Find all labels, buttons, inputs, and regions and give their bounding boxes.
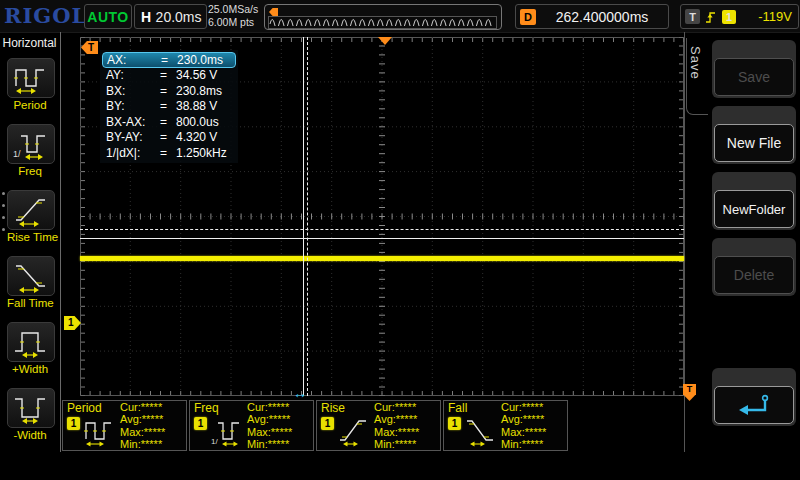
measure-panel-period[interactable]: Period 1 Cur:***** Avg:***** Max:***** M… bbox=[62, 400, 187, 451]
trigger-rising-edge-icon bbox=[704, 9, 717, 25]
measure-panel-rise[interactable]: Rise 1 Cur:***** Avg:***** Max:***** Min… bbox=[316, 400, 441, 451]
freq-waveform-icon: 1/ bbox=[11, 127, 51, 161]
delay-value: 262.400000ms bbox=[536, 9, 668, 25]
menu-page-dot bbox=[2, 204, 5, 207]
channel-badge: 1 bbox=[194, 417, 207, 430]
left-menu-title: Horizontal bbox=[0, 36, 59, 50]
cursor-row-ay: AY: = 34.56 V bbox=[102, 68, 236, 84]
trigger-label: T bbox=[685, 9, 700, 24]
sidebar-item-plus-width[interactable]: +Width bbox=[7, 322, 53, 375]
channel-badge: 1 bbox=[448, 417, 461, 430]
softkey-slot: Save bbox=[712, 40, 796, 98]
period-waveform-icon bbox=[83, 415, 117, 447]
cursor-a-vertical-line[interactable] bbox=[303, 37, 304, 396]
trigger-source-badge: 1 bbox=[722, 10, 736, 24]
fall-time-waveform-icon bbox=[464, 415, 498, 447]
sidebar-item-freq[interactable]: 1/ Freq bbox=[7, 124, 53, 177]
svg-text:1/: 1/ bbox=[211, 437, 218, 446]
sidebar-item-rise-time[interactable]: Rise Time bbox=[7, 190, 53, 243]
measure-panel-fall[interactable]: Fall 1 Cur:***** Avg:***** Max:***** Min… bbox=[443, 400, 568, 451]
cursor-b-vertical-line[interactable] bbox=[307, 37, 308, 396]
sidebar-item-fall-time[interactable]: Fall Time bbox=[7, 256, 53, 309]
menu-back-button[interactable] bbox=[714, 386, 794, 424]
channel-badge: 1 bbox=[67, 417, 80, 430]
channel1-ground-marker-icon[interactable]: 1 bbox=[64, 316, 81, 330]
trigger-status: AUTO bbox=[87, 9, 128, 25]
delete-button: Delete bbox=[714, 256, 794, 294]
period-waveform-icon bbox=[11, 61, 51, 95]
save-button: Save bbox=[714, 58, 794, 96]
softkey-slot: Delete bbox=[712, 238, 796, 296]
softkey-slot: NewFolder bbox=[712, 172, 796, 230]
trigger-position-marker-icon[interactable] bbox=[378, 37, 392, 45]
softkey-slot: New File bbox=[712, 106, 796, 164]
measure-panel-freq[interactable]: Freq 1 1/ Cur:***** Avg:***** Max:***** … bbox=[189, 400, 314, 451]
cursor-drag-handle-icon[interactable]: ↔ bbox=[293, 385, 307, 401]
freq-waveform-icon: 1/ bbox=[210, 415, 244, 447]
channel1-trace bbox=[80, 256, 684, 261]
horizontal-label: H bbox=[141, 9, 151, 25]
horizontal-scale-box: H 20.0ms bbox=[134, 4, 207, 29]
left-divider bbox=[60, 32, 61, 452]
oscilloscope-screen: RIGOL AUTO H 20.0ms 25.0MSa/s 6.00M pts … bbox=[0, 0, 800, 480]
trigger-level-value: -119V bbox=[736, 9, 792, 24]
cursor-a-horizontal-line[interactable] bbox=[80, 238, 684, 239]
plus-width-waveform-icon bbox=[11, 325, 51, 359]
minus-width-waveform-icon bbox=[11, 391, 51, 425]
rise-time-waveform-icon bbox=[337, 415, 371, 447]
cursor-row-inv-dx: 1/|dX|: = 1.250kHz bbox=[102, 145, 236, 161]
sidebar-item-minus-width[interactable]: -Width bbox=[7, 388, 53, 441]
delay-label: D bbox=[520, 9, 536, 25]
menu-page-dot bbox=[2, 216, 5, 219]
cursor-row-bx: BX: = 230.8ms bbox=[102, 83, 236, 99]
rise-time-waveform-icon bbox=[11, 193, 51, 227]
cursor-readout-panel: AX: = 230.0ms AY: = 34.56 V BX: = 230.8m… bbox=[100, 50, 238, 163]
cursor-row-by: BY: = 38.88 V bbox=[102, 99, 236, 115]
trigger-status-box: AUTO bbox=[84, 4, 132, 29]
trigger-settings-box: T 1 -119V bbox=[680, 4, 799, 29]
sample-rate: 25.0MSa/s bbox=[208, 3, 264, 16]
menu-page-dot bbox=[2, 228, 5, 231]
memory-position-marker-icon bbox=[269, 8, 278, 16]
cursor-row-bx-ax: BX-AX: = 800.0us bbox=[102, 114, 236, 130]
waveform-memory-preview[interactable] bbox=[264, 4, 502, 30]
status-bar: RIGOL AUTO H 20.0ms 25.0MSa/s 6.00M pts … bbox=[0, 0, 800, 33]
menu-tab-save: Save bbox=[688, 46, 703, 80]
channel-status-bar: 1 18.0 V 2 5.00 V bbox=[0, 452, 800, 480]
channel-badge: 1 bbox=[321, 417, 334, 430]
cursor-row-ax: AX: = 230.0ms bbox=[102, 52, 236, 68]
horizontal-scale-value: 20.0ms bbox=[151, 9, 206, 25]
new-file-button[interactable]: New File bbox=[714, 124, 794, 162]
memory-depth: 6.00M pts bbox=[208, 16, 264, 29]
return-arrow-icon bbox=[733, 392, 775, 418]
cursor-row-by-ay: BY-AY: = 4.320 V bbox=[102, 130, 236, 146]
rigol-logo: RIGOL bbox=[4, 3, 87, 28]
softkey-slot bbox=[712, 368, 796, 426]
cursor-b-horizontal-line[interactable] bbox=[80, 229, 684, 230]
acquisition-info: 25.0MSa/s 6.00M pts bbox=[208, 3, 264, 29]
new-folder-button[interactable]: NewFolder bbox=[714, 190, 794, 228]
fall-time-waveform-icon bbox=[11, 259, 51, 293]
horizontal-delay-box: D 262.400000ms bbox=[515, 4, 669, 29]
sidebar-item-period[interactable]: Period bbox=[7, 58, 53, 111]
memory-waveform-icon bbox=[269, 17, 494, 26]
menu-page-dot bbox=[2, 192, 5, 195]
svg-text:1/: 1/ bbox=[13, 149, 21, 159]
